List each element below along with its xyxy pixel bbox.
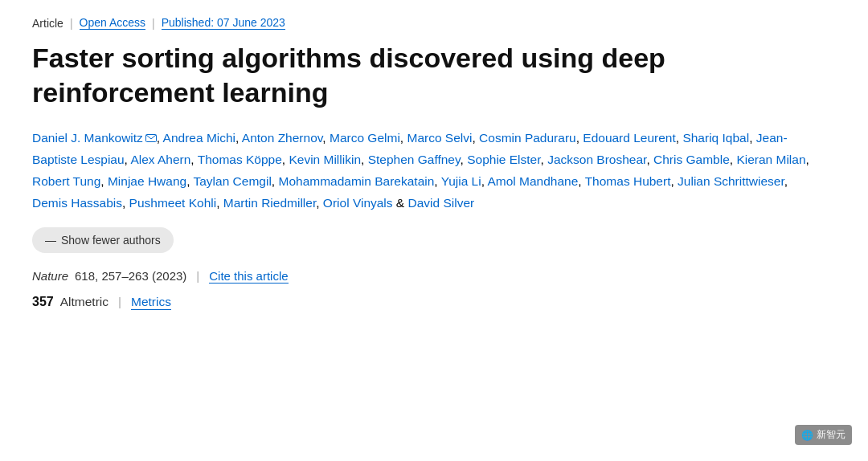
citation-bar: Nature 618, 257–263 (2023) | Cite this a… — [32, 269, 836, 284]
author-link[interactable]: Julian Schrittwieser — [678, 174, 784, 189]
citation-separator: | — [196, 269, 199, 283]
author-link[interactable]: Mohammadamin Barekatain — [278, 174, 434, 189]
email-icon — [143, 131, 157, 145]
author-link[interactable]: Thomas Köppe — [198, 153, 282, 167]
author-link[interactable]: Martin Riedmiller — [223, 196, 316, 210]
open-access-link[interactable]: Open Access — [80, 16, 146, 30]
author-link[interactable]: Edouard Leurent — [583, 131, 675, 145]
author-link[interactable]: Alex Ahern — [130, 153, 190, 167]
author-link[interactable]: Amol Mandhane — [487, 174, 578, 189]
author-link[interactable]: Stephen Gaffney — [368, 153, 461, 167]
author-list: Daniel J. Mankowitz, Andrea Michi, Anton… — [32, 131, 809, 210]
author-link[interactable]: Pushmeet Kohli — [129, 196, 217, 210]
metrics-bar: 357 Altmetric | Metrics — [32, 295, 836, 310]
journal-name: Nature — [32, 269, 68, 283]
author-link[interactable]: Cosmin Paduraru — [479, 131, 576, 145]
metrics-separator: | — [118, 295, 121, 309]
author-link[interactable]: Minjae Hwang — [108, 174, 186, 189]
journal-info: 618, 257–263 (2023) — [75, 269, 186, 283]
author-link[interactable]: Jackson Broshear — [547, 153, 646, 167]
show-fewer-button[interactable]: — Show fewer authors — [32, 227, 174, 253]
author-link[interactable]: Marco Gelmi — [330, 131, 400, 145]
author-link[interactable]: Anton Zhernov — [242, 131, 323, 145]
meta-bar: Article | Open Access | Published: 07 Ju… — [32, 16, 836, 30]
author-link[interactable]: Robert Tung — [32, 174, 100, 189]
metrics-link[interactable]: Metrics — [131, 295, 171, 310]
author-link[interactable]: Kevin Millikin — [289, 153, 361, 167]
separator-1: | — [70, 17, 73, 30]
article-title: Faster sorting algorithms discovered usi… — [32, 41, 772, 109]
author-link[interactable]: Shariq Iqbal — [682, 131, 749, 145]
author-link[interactable]: Oriol Vinyals — [323, 196, 393, 210]
author-link[interactable]: Taylan Cemgil — [194, 174, 272, 189]
show-fewer-label: Show fewer authors — [61, 234, 161, 247]
altmetric-number: 357 — [32, 295, 54, 309]
show-fewer-icon: — — [45, 234, 56, 247]
published-date-link[interactable]: Published: 07 June 2023 — [162, 16, 285, 30]
separator-2: | — [152, 17, 155, 30]
author-link[interactable]: Sophie Elster — [467, 153, 540, 167]
author-link[interactable]: Chris Gamble — [653, 153, 730, 167]
author-link[interactable]: David Silver — [408, 196, 475, 210]
altmetric-label: Altmetric — [60, 295, 108, 309]
watermark-icon: 🌐 — [801, 430, 813, 441]
article-type: Article — [32, 17, 63, 30]
watermark: 🌐 新智元 — [795, 425, 852, 445]
author-link[interactable]: Daniel J. Mankowitz — [32, 131, 143, 145]
author-link[interactable]: Thomas Hubert — [585, 174, 671, 189]
watermark-text: 新智元 — [817, 428, 845, 442]
author-link[interactable]: Marco Selvi — [407, 131, 472, 145]
author-link[interactable]: Yujia Li — [441, 174, 481, 189]
author-link[interactable]: Andrea Michi — [163, 131, 235, 145]
cite-article-link[interactable]: Cite this article — [209, 269, 288, 284]
authors-section: Daniel J. Mankowitz, Andrea Michi, Anton… — [32, 127, 820, 214]
author-link[interactable]: Demis Hassabis — [32, 196, 122, 210]
author-link[interactable]: Kieran Milan — [736, 153, 805, 167]
